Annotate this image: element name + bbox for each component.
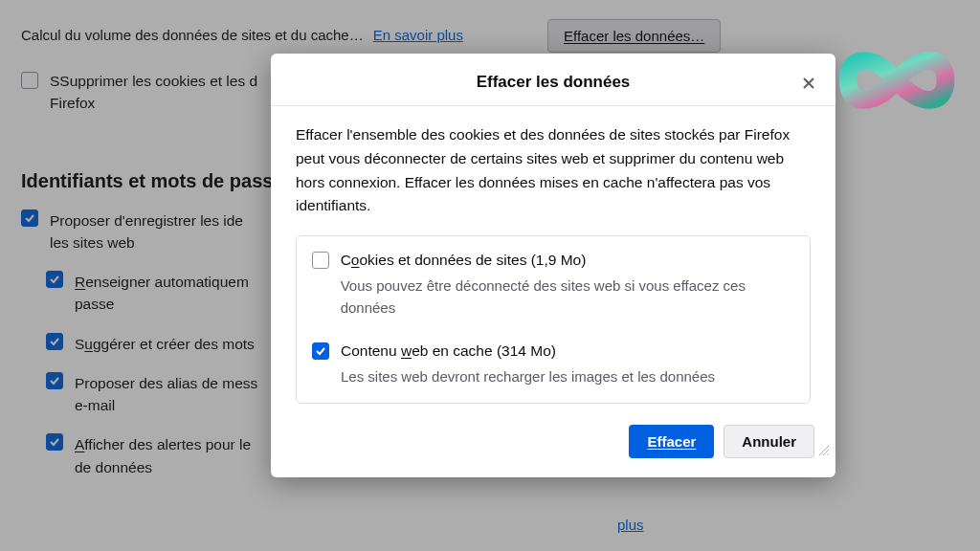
cached-content-checkbox[interactable] (312, 342, 329, 360)
dialog-title: Effacer les données (477, 73, 631, 92)
dialog-description: Effacer l'ensemble des cookies et des do… (296, 123, 811, 218)
brand-logo (815, 13, 978, 147)
cookies-site-data-sublabel: Vous pouvez être déconnecté des sites we… (341, 275, 794, 320)
cookies-site-data-label: Cookies et données de sites (1,9 Mo) (341, 252, 794, 269)
resize-grip-icon[interactable] (816, 443, 830, 456)
clear-data-dialog: Effacer les données Effacer l'ensemble d… (271, 54, 835, 477)
cancel-button[interactable]: Annuler (724, 425, 814, 458)
svg-line-4 (827, 453, 829, 455)
clear-options-group: Cookies et données de sites (1,9 Mo) Vou… (296, 235, 811, 404)
cached-content-sublabel: Les sites web devront recharger les imag… (341, 365, 715, 387)
infinity-logo-icon (815, 32, 978, 129)
clear-button[interactable]: Effacer (629, 425, 714, 458)
close-icon (801, 76, 816, 91)
cached-content-label: Contenu web en cache (314 Mo) (341, 342, 715, 360)
cookies-site-data-checkbox[interactable] (312, 252, 329, 269)
